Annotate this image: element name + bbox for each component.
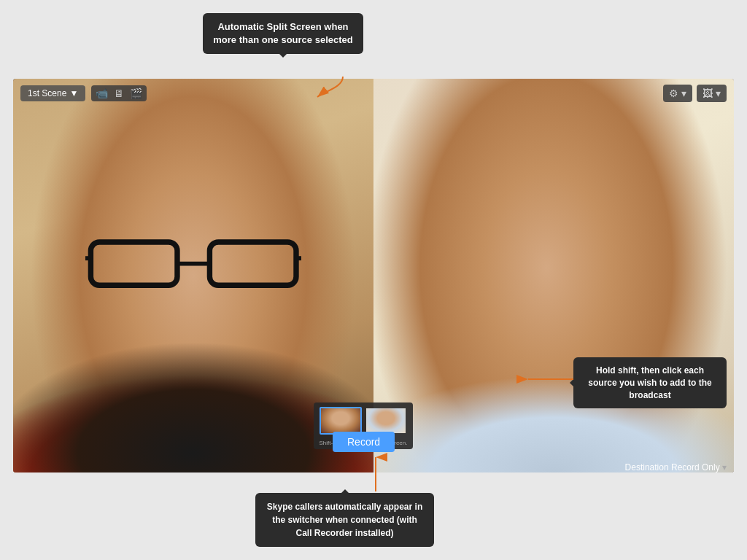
tooltip-skype-callers: Skype callers automatically appear in th… (255, 493, 434, 547)
toolbar-left-group: 1st Scene ▼ 📹 🖥 🎬 (20, 85, 147, 101)
destination-dropdown-arrow: ▾ (722, 462, 727, 472)
arrow-right-to-thumbnails (522, 372, 573, 386)
glasses-icon (85, 228, 301, 299)
thumbnail-caller1[interactable] (320, 407, 362, 435)
settings-icon: ⚙ (669, 88, 678, 99)
snapshot-dropdown-arrow: ▾ (716, 88, 721, 99)
video-right-panel (374, 79, 734, 472)
tooltip-skype-callers-text: Skype callers automatically appear in th… (267, 502, 422, 538)
record-button-label: Record (347, 436, 380, 448)
svg-rect-1 (90, 242, 177, 285)
tooltip-split-screen: Automatic Split Screen when more than on… (203, 13, 363, 54)
scene-selector-button[interactable]: 1st Scene ▼ (20, 85, 85, 101)
scene-label: 1st Scene (28, 88, 66, 98)
destination-label: Destination (625, 462, 671, 472)
camera-source-icon[interactable]: 📹 (96, 88, 108, 99)
arrow-bottom-to-record (368, 451, 383, 491)
scene-dropdown-icon: ▼ (69, 88, 78, 98)
record-button[interactable]: Record (333, 432, 395, 452)
thumbnail-caller1-image (321, 408, 360, 433)
destination-selector[interactable]: Destination Record Only ▾ (625, 462, 727, 472)
tooltip-split-screen-text: Automatic Split Screen when more than on… (213, 21, 352, 45)
destination-value: Record Only (671, 462, 722, 472)
snapshot-button[interactable]: 🖼 ▾ (697, 85, 727, 102)
snapshot-icon: 🖼 (703, 88, 713, 99)
toolbar-right-group: ⚙ ▾ 🖼 ▾ (663, 85, 727, 102)
svg-rect-2 (209, 242, 296, 285)
tooltip-shift-click: Hold shift, then click each source you w… (573, 357, 727, 408)
tooltip-shift-click-text: Hold shift, then click each source you w… (588, 365, 711, 400)
settings-dropdown-arrow: ▾ (681, 88, 686, 99)
thumbnail-caller2[interactable] (365, 407, 407, 435)
thumbnail-caller2-image (366, 408, 406, 433)
video-toolbar: 1st Scene ▼ 📹 🖥 🎬 ⚙ ▾ 🖼 ▾ (13, 79, 734, 108)
source-type-buttons: 📹 🖥 🎬 (91, 85, 147, 101)
screen-source-icon[interactable]: 🖥 (114, 88, 124, 99)
arrow-top-to-toolbar (314, 77, 372, 98)
face-right-person (374, 79, 734, 472)
settings-button[interactable]: ⚙ ▾ (663, 85, 692, 102)
media-source-icon[interactable]: 🎬 (130, 88, 142, 99)
